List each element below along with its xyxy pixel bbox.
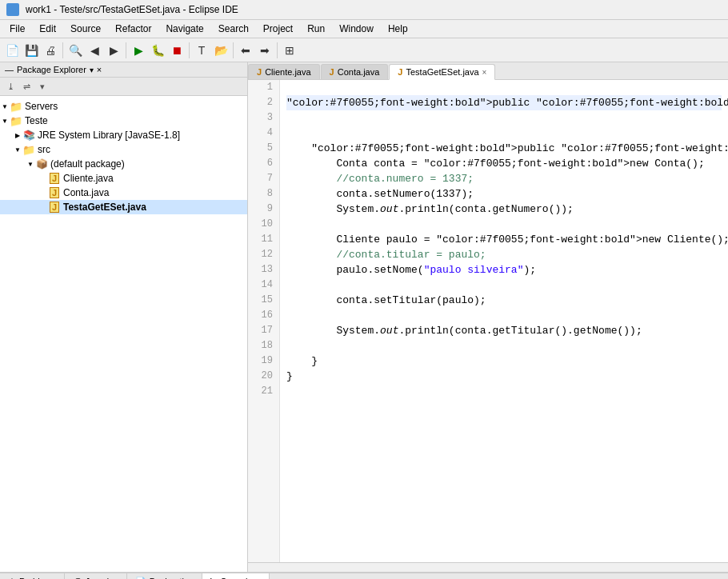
title-bar: work1 - Teste/src/TestaGetESet.java - Ec… xyxy=(0,0,728,20)
code-line: Cliente paulo = "color:#7f0055;font-weig… xyxy=(286,232,722,247)
code-line: "color:#7f0055;font-weight:bold">public … xyxy=(286,95,722,110)
menu-item-help[interactable]: Help xyxy=(382,22,414,36)
line-number: 14 xyxy=(254,278,273,293)
tree-expand-icon[interactable]: ▼ xyxy=(13,146,22,154)
line-number: 1 xyxy=(254,80,273,95)
code-line: System.out.println(conta.getNumero()); xyxy=(286,202,722,217)
menu-item-run[interactable]: Run xyxy=(301,22,331,36)
tab-close-icon[interactable]: × xyxy=(482,68,487,77)
tree-item-src[interactable]: ▼📁src xyxy=(0,142,247,157)
tree-expand-icon[interactable]: ▶ xyxy=(13,132,22,139)
tree-item--default-package-[interactable]: ▼📦(default package) xyxy=(0,157,247,171)
search-button[interactable]: 🔍 xyxy=(66,42,84,59)
tree-item-teste[interactable]: ▼📁Teste xyxy=(0,114,247,128)
tree-label: Teste xyxy=(25,115,48,126)
java-icon: J xyxy=(48,172,61,185)
bottom-tab-declaration[interactable]: 📄 Declaration xyxy=(127,573,203,579)
code-line xyxy=(286,278,722,293)
code-content[interactable]: "color:#7f0055;font-weight:bold">public … xyxy=(280,80,728,562)
prev-button[interactable]: ◀ xyxy=(86,42,103,59)
menu-item-window[interactable]: Window xyxy=(333,22,380,36)
open-resource-button[interactable]: 📂 xyxy=(212,42,230,59)
view-menu-btn[interactable]: ▾ xyxy=(35,79,50,94)
next-button[interactable]: ▶ xyxy=(105,42,122,59)
line-number: 8 xyxy=(254,186,273,202)
view-menu-icon[interactable]: ▾ xyxy=(90,66,94,74)
tree-label: Servers xyxy=(25,101,58,112)
stop-button[interactable]: ⏹ xyxy=(168,42,186,59)
tab-TestaGetESet-java[interactable]: JTestaGetESet.java× xyxy=(389,64,495,80)
library-icon: 📚 xyxy=(22,129,35,142)
tree-expand-icon[interactable]: ▼ xyxy=(26,161,35,168)
package-icon: 📦 xyxy=(35,158,48,170)
window-title: work1 - Teste/src/TestaGetESet.java - Ec… xyxy=(26,4,238,15)
code-line: Conta conta = "color:#7f0055;font-weight… xyxy=(286,156,722,171)
tab-Conta-java[interactable]: JConta.java xyxy=(321,64,389,79)
back-button[interactable]: ⬅ xyxy=(237,42,254,59)
code-line: paulo.setNome("paulo silveira"); xyxy=(286,262,722,278)
menu-item-navigate[interactable]: Navigate xyxy=(159,22,210,36)
line-number: 18 xyxy=(254,338,273,353)
line-number: 13 xyxy=(254,262,273,278)
line-number: 15 xyxy=(254,293,273,308)
tree-label: (default package) xyxy=(50,158,125,170)
tree-item-cliente-java[interactable]: JCliente.java xyxy=(0,171,247,186)
console-close-icon[interactable]: × xyxy=(256,577,261,580)
collapse-all-btn[interactable]: ⤓ xyxy=(3,79,18,94)
open-type-button[interactable]: T xyxy=(193,42,210,59)
tree-item-jre-system-library--javase-1-8-[interactable]: ▶📚JRE System Library [JavaSE-1.8] xyxy=(0,128,247,142)
menu-item-edit[interactable]: Edit xyxy=(33,22,62,36)
tree-item-conta-java[interactable]: JConta.java xyxy=(0,186,247,200)
close-panel-icon[interactable]: × xyxy=(97,65,102,74)
link-btn[interactable]: ⇌ xyxy=(19,79,34,94)
horizontal-scroll[interactable] xyxy=(248,562,728,572)
menu-item-search[interactable]: Search xyxy=(212,22,255,36)
code-editor[interactable]: 123456789101112131415161718192021 "color… xyxy=(248,80,728,562)
menu-item-refactor[interactable]: Refactor xyxy=(109,22,158,36)
debug-button[interactable]: 🐛 xyxy=(149,42,166,59)
print-button[interactable]: 🖨 xyxy=(42,42,59,59)
code-line: //conta.titular = paulo; xyxy=(286,247,722,262)
java-icon: J xyxy=(48,186,61,199)
bottom-tab-javadoc[interactable]: @ Javadoc xyxy=(65,573,126,579)
tab-label: TestaGetESet.java xyxy=(406,67,478,77)
minimize-icon[interactable]: — xyxy=(5,65,14,74)
tab-bar: JCliente.javaJConta.javaJTestaGetESet.ja… xyxy=(248,62,728,80)
line-number: 7 xyxy=(254,171,273,186)
tree-label: Cliente.java xyxy=(63,173,114,184)
folder-icon: 📁 xyxy=(10,114,22,127)
code-line xyxy=(286,126,722,141)
menu-item-file[interactable]: File xyxy=(3,22,31,36)
code-line xyxy=(286,80,722,95)
new-button[interactable]: 📄 xyxy=(3,42,21,59)
line-number: 2 xyxy=(254,95,273,110)
run-button[interactable]: ▶ xyxy=(130,42,147,59)
tree-label: Conta.java xyxy=(63,187,109,198)
tree-expand-icon[interactable]: ▼ xyxy=(0,103,10,110)
tree-item-testageteset-java[interactable]: JTestaGetESet.java xyxy=(0,200,247,214)
panel-title: Package Explorer xyxy=(17,65,86,74)
code-line: //conta.numero = 1337; xyxy=(286,171,722,186)
forward-button[interactable]: ➡ xyxy=(256,42,274,59)
tab-Cliente-java[interactable]: JCliente.java xyxy=(248,64,320,79)
line-number: 4 xyxy=(254,126,273,141)
main-layout: — Package Explorer ▾ × ⤓ ⇌ ▾ ▼📁Servers▼📁… xyxy=(0,62,728,573)
tree-expand-icon[interactable]: ▼ xyxy=(0,118,10,125)
line-number: 9 xyxy=(254,202,273,217)
line-number: 19 xyxy=(254,353,273,369)
tree-label: JRE System Library [JavaSE-1.8] xyxy=(38,130,180,141)
tree-label: src xyxy=(38,144,50,155)
menu-item-project[interactable]: Project xyxy=(257,22,299,36)
perspective-button[interactable]: ⊞ xyxy=(281,42,298,59)
menu-item-source[interactable]: Source xyxy=(64,22,107,36)
bottom-tab-problems[interactable]: ⚠ Problems xyxy=(0,573,65,579)
bottom-tab-label: Console xyxy=(220,577,252,580)
bottom-panel: ⚠ Problems@ Javadoc📄 Declaration▶ Consol… xyxy=(0,573,728,579)
line-numbers: 123456789101112131415161718192021 xyxy=(248,80,280,562)
save-button[interactable]: 💾 xyxy=(22,42,40,59)
sep5 xyxy=(277,42,278,58)
tree-item-servers[interactable]: ▼📁Servers xyxy=(0,99,247,114)
code-line xyxy=(286,384,722,399)
bottom-tab-console[interactable]: ▶ Console × xyxy=(202,573,270,579)
java-file-icon: J xyxy=(257,67,262,77)
